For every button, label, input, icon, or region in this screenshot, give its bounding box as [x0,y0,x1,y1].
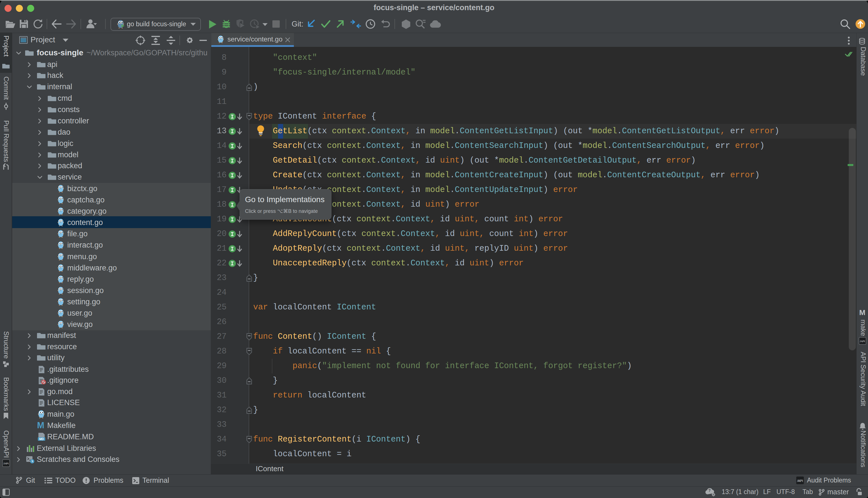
svg-text:/API: /API [860,340,865,343]
svg-text:MD: MD [39,437,44,441]
svg-text:/API: /API [797,479,803,483]
svg-text:/API: /API [4,462,9,465]
svg-text:?: ? [709,488,711,493]
